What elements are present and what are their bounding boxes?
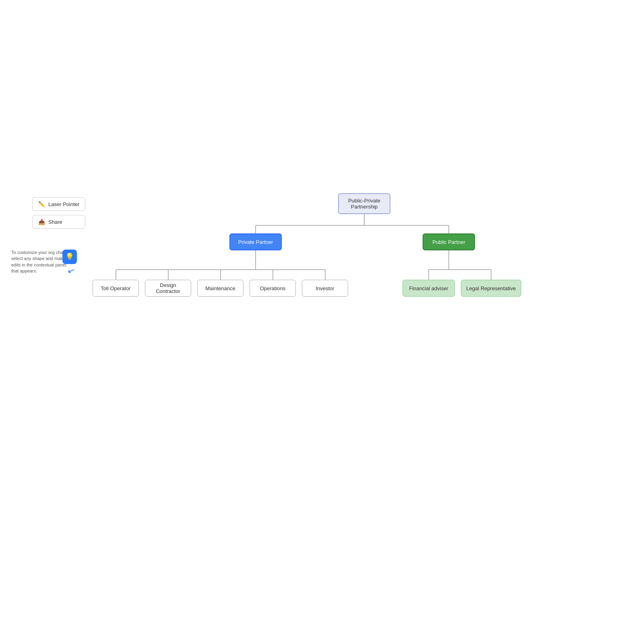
root-node[interactable]: Public-PrivatePartnership — [338, 193, 390, 214]
lightbulb-icon: 💡 — [62, 250, 77, 264]
investor-node[interactable]: Investor — [302, 280, 348, 297]
financial-adviser-label: Financial adviser — [409, 285, 448, 291]
laser-pointer-button[interactable]: ✏️ Laser Pointer — [32, 197, 85, 211]
share-button[interactable]: 📤 Share — [32, 215, 85, 229]
private-partner-node[interactable]: Private Partner — [229, 233, 282, 250]
operations-node[interactable]: Operations — [250, 280, 296, 297]
financial-adviser-node[interactable]: Financial adviser — [402, 280, 455, 297]
maintenance-label: Maintenance — [205, 285, 235, 291]
design-contractor-node[interactable]: Design Contractor — [145, 280, 191, 297]
private-partner-label: Private Partner — [238, 239, 273, 245]
operations-label: Operations — [260, 285, 286, 291]
share-label: Share — [48, 219, 62, 225]
toolbar: ✏️ Laser Pointer 📤 Share — [32, 197, 85, 229]
root-label: Public-PrivatePartnership — [348, 198, 380, 210]
design-contractor-label: Design Contractor — [150, 282, 186, 294]
maintenance-node[interactable]: Maintenance — [197, 280, 244, 297]
hint-text: To customize your org chart, select any … — [11, 250, 68, 275]
toll-operator-node[interactable]: Toll Operator — [93, 280, 139, 297]
pencil-icon: ✏️ — [38, 201, 45, 207]
laser-pointer-label: Laser Pointer — [48, 201, 79, 207]
share-icon: 📤 — [38, 219, 45, 225]
legal-representative-label: Legal Representative — [466, 285, 516, 291]
public-partner-label: Public Partner — [432, 239, 465, 245]
public-partner-node[interactable]: Public Partner — [423, 233, 475, 250]
legal-representative-node[interactable]: Legal Representative — [461, 280, 521, 297]
investor-label: Investor — [316, 285, 334, 291]
toll-operator-label: Toll Operator — [101, 285, 130, 291]
